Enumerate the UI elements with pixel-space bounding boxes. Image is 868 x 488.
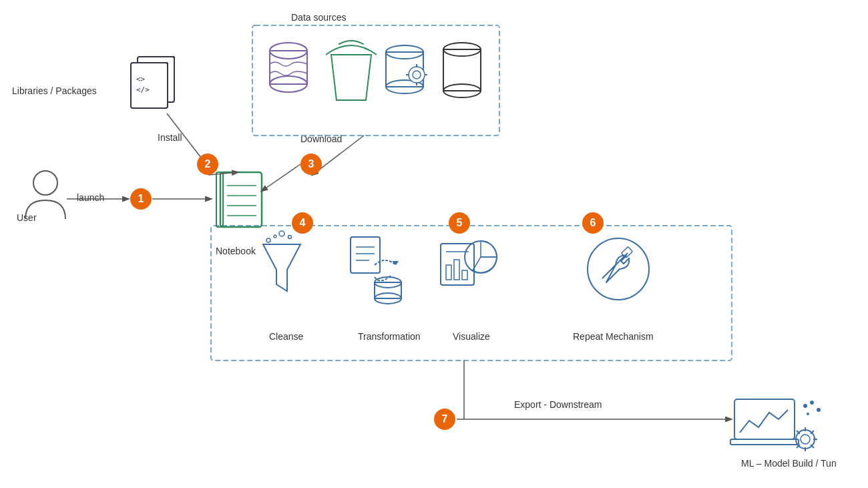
- badge-7: 7: [434, 409, 455, 430]
- badge-3: 3: [300, 154, 322, 175]
- badge-2: 2: [197, 154, 218, 175]
- svg-rect-0: [252, 25, 499, 136]
- svg-marker-43: [392, 261, 399, 265]
- badge-5: 5: [449, 212, 470, 234]
- svg-point-23: [443, 43, 481, 56]
- svg-rect-47: [454, 260, 459, 280]
- svg-point-13: [270, 76, 307, 92]
- download-label: Download: [300, 134, 342, 144]
- svg-point-35: [288, 236, 292, 239]
- svg-point-32: [266, 238, 270, 242]
- svg-rect-15: [386, 52, 423, 87]
- svg-line-68: [797, 445, 800, 448]
- svg-point-33: [274, 235, 276, 238]
- svg-point-58: [807, 413, 809, 415]
- user-label: User: [17, 212, 37, 223]
- svg-rect-46: [446, 265, 451, 280]
- svg-rect-48: [462, 270, 467, 280]
- svg-rect-26: [220, 172, 262, 227]
- svg-point-14: [386, 45, 423, 59]
- svg-point-40: [375, 277, 401, 288]
- svg-point-16: [386, 80, 423, 93]
- svg-point-17: [409, 67, 425, 83]
- libraries-label: Libraries / Packages: [12, 85, 97, 96]
- svg-text:</>: </>: [136, 85, 150, 94]
- svg-rect-24: [443, 49, 481, 91]
- svg-point-25: [443, 84, 481, 97]
- svg-line-66: [811, 445, 814, 448]
- svg-point-56: [810, 401, 814, 405]
- svg-rect-41: [375, 282, 401, 298]
- svg-point-55: [803, 404, 807, 408]
- svg-point-34: [279, 231, 284, 236]
- svg-point-60: [801, 435, 810, 444]
- svg-point-42: [375, 293, 401, 304]
- svg-text:<>: <>: [136, 75, 146, 83]
- svg-point-11: [270, 43, 307, 59]
- svg-rect-44: [441, 244, 474, 285]
- svg-point-50: [588, 238, 649, 300]
- visualize-label: Visualize: [453, 331, 490, 342]
- svg-point-57: [817, 408, 821, 412]
- diagram-container: 1 2 3 4 5 6 7 User launch Libraries / Pa…: [0, 0, 868, 488]
- ml-model-label: ML – Model Build / Tun: [741, 458, 837, 469]
- svg-point-59: [796, 430, 815, 449]
- svg-rect-6: [131, 63, 168, 108]
- svg-rect-27: [216, 172, 223, 227]
- repeat-mechanism-label: Repeat Mechanism: [573, 331, 654, 342]
- svg-point-2: [33, 171, 57, 195]
- svg-rect-52: [622, 247, 633, 258]
- svg-line-67: [811, 431, 814, 434]
- svg-point-49: [465, 241, 497, 273]
- svg-rect-3: [138, 57, 174, 102]
- svg-rect-36: [351, 237, 380, 273]
- badge-1: 1: [130, 188, 152, 210]
- svg-rect-53: [734, 399, 795, 439]
- datasources-label: Data sources: [291, 12, 346, 23]
- install-label: Install: [158, 132, 182, 143]
- transformation-label: Transformation: [358, 331, 421, 342]
- svg-rect-12: [270, 51, 307, 84]
- notebook-label: Notebook: [216, 246, 256, 256]
- export-downstream-label: Export - Downstream: [514, 399, 602, 410]
- launch-label: launch: [77, 192, 104, 203]
- diagram-svg: <> </>: [0, 0, 868, 488]
- svg-point-18: [413, 71, 421, 79]
- svg-line-76: [262, 164, 300, 191]
- badge-6: 6: [582, 212, 604, 234]
- svg-line-65: [797, 431, 800, 434]
- svg-rect-54: [730, 439, 799, 445]
- svg-line-51: [613, 253, 628, 268]
- cleanse-label: Cleanse: [269, 331, 303, 342]
- badge-4: 4: [292, 212, 313, 234]
